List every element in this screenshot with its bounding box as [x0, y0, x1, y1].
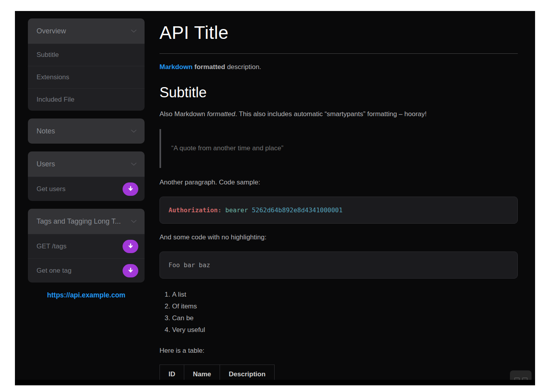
sidebar-item-included-file[interactable]: Included File [28, 88, 145, 111]
plain-code-block: Foo bar baz [160, 252, 518, 279]
list-item: Of items [172, 301, 518, 312]
nav-group-title: Overview [37, 27, 66, 35]
sidebar-item-label: GET /tags [37, 242, 66, 250]
table-label: Here is a table: [160, 346, 518, 356]
bottom-edge [15, 380, 535, 385]
api-host-link[interactable]: https://api.example.com [28, 291, 145, 299]
nav-group-users: Users Get users [28, 151, 145, 201]
chevron-down-icon [131, 29, 137, 33]
code-sample-label: Another paragraph. Code sample: [160, 178, 518, 187]
plain-code: Foo bar baz [169, 261, 210, 269]
download-arrow-icon [128, 268, 134, 273]
subtitle-paragraph: Also Markdown formatted. This also inclu… [160, 110, 518, 119]
list-item: A list [172, 289, 518, 301]
download-badge[interactable] [123, 264, 138, 277]
code-token: 5262d64b892e8d4341000001 [252, 206, 343, 214]
code-header-key: Authorization [169, 206, 218, 214]
plain-text: . This also includes automatic “smartypa… [235, 110, 427, 118]
download-arrow-icon [128, 243, 134, 249]
sidebar-item-extensions[interactable]: Extensions [28, 66, 145, 88]
nav-group-header-notes[interactable]: Notes [28, 119, 145, 144]
nav-group-notes: Notes [28, 119, 145, 144]
plain-text: description. [227, 63, 261, 71]
sidebar-item-label: Get one tag [37, 267, 72, 275]
plain-text: Also Markdown [160, 110, 207, 118]
list-item: Very useful [172, 324, 518, 336]
nav-group-tags: Tags and Tagging Long T... GET /tags Get… [28, 209, 145, 283]
no-highlight-label: And some code with no highlighting: [160, 233, 518, 242]
sidebar-item-label: Included File [37, 96, 74, 104]
sidebar-item-label: Subtitle [37, 51, 59, 59]
title-divider [160, 53, 518, 54]
nav-group-header-users[interactable]: Users [28, 151, 145, 177]
code-separator: : [218, 206, 222, 214]
markdown-link[interactable]: Markdown [160, 63, 192, 71]
sidebar-item-get-tags[interactable]: GET /tags [28, 234, 145, 258]
sidebar-item-get-users[interactable]: Get users [28, 177, 145, 201]
download-badge[interactable] [123, 182, 138, 196]
list-item: Can be [172, 312, 518, 324]
sidebar-item-label: Extensions [37, 73, 69, 81]
chevron-down-icon [131, 220, 137, 223]
auth-code: Authorization: bearer 5262d64b892e8d4341… [169, 206, 343, 214]
ordered-list: A list Of items Can be Very useful [160, 289, 518, 336]
page-title: API Title [160, 22, 518, 43]
auth-code-block: Authorization: bearer 5262d64b892e8d4341… [160, 197, 518, 224]
sidebar-item-subtitle[interactable]: Subtitle [28, 44, 145, 66]
description-paragraph: Markdown formatted description. [160, 63, 518, 72]
chevron-down-icon [131, 162, 137, 166]
quote-text: “A quote from another time and place” [171, 144, 518, 153]
nav-group-overview: Overview Subtitle Extensions Included Fi… [28, 18, 145, 111]
nav-group-title: Users [37, 160, 55, 168]
nav-group-header-tags[interactable]: Tags and Tagging Long T... [28, 209, 145, 234]
nav-group-title: Tags and Tagging Long T... [37, 217, 121, 226]
sidebar-item-label: Get users [37, 185, 66, 193]
quote-block: “A quote from another time and place” [160, 129, 518, 168]
code-bearer: bearer [222, 206, 252, 214]
api-docs-page: Overview Subtitle Extensions Included Fi… [15, 11, 535, 385]
download-badge[interactable] [123, 240, 138, 253]
sidebar-item-get-one-tag[interactable]: Get one tag [28, 258, 145, 283]
download-arrow-icon [128, 186, 134, 192]
bold-text: formatted [192, 63, 227, 71]
chevron-down-icon [131, 129, 137, 133]
nav-group-header-overview[interactable]: Overview [28, 18, 145, 44]
nav-group-title: Notes [37, 127, 55, 135]
italic-text: formatted [207, 110, 235, 118]
subtitle-heading: Subtitle [160, 84, 518, 101]
sidebar: Overview Subtitle Extensions Included Fi… [28, 18, 145, 290]
main-content: API Title Markdown formatted description… [160, 11, 518, 385]
